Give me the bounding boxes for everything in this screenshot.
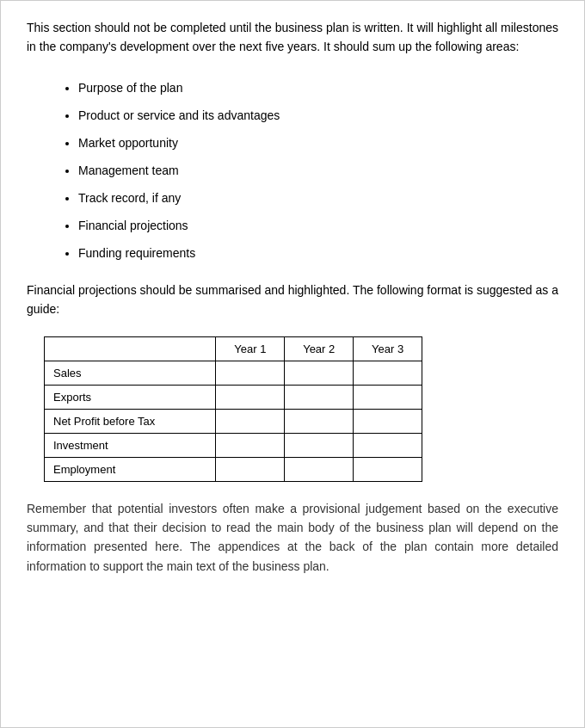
- row-exports-year2: [285, 385, 354, 409]
- row-netprofit-year1: [216, 409, 285, 433]
- header-year3: Year 3: [354, 336, 422, 361]
- row-investment-label: Investment: [45, 433, 216, 457]
- footer-paragraph: Remember that potential investors often …: [27, 499, 558, 577]
- row-investment-year1: [216, 433, 285, 457]
- row-employment-year3: [354, 457, 422, 481]
- table-row: Employment: [45, 457, 422, 481]
- row-investment-year3: [354, 433, 422, 457]
- financial-table: Year 1 Year 2 Year 3 Sales Exports: [44, 336, 422, 482]
- list-item: Market opportunity: [78, 129, 558, 157]
- table-row: Exports: [45, 385, 422, 409]
- bullet-list: Purpose of the plan Product or service a…: [78, 74, 558, 267]
- row-employment-year2: [285, 457, 354, 481]
- row-netprofit-label: Net Profit before Tax: [45, 409, 216, 433]
- financial-intro-paragraph: Financial projections should be summaris…: [27, 281, 558, 319]
- list-item: Track record, if any: [78, 184, 558, 212]
- table-row: Sales: [45, 361, 422, 385]
- row-sales-year3: [354, 361, 422, 385]
- row-netprofit-year2: [285, 409, 354, 433]
- table-header-row: Year 1 Year 2 Year 3: [45, 336, 422, 361]
- row-netprofit-year3: [354, 409, 422, 433]
- header-year1: Year 1: [216, 336, 285, 361]
- table-container: Year 1 Year 2 Year 3 Sales Exports: [27, 336, 558, 482]
- row-exports-label: Exports: [45, 385, 216, 409]
- list-item: Funding requirements: [78, 239, 558, 267]
- row-sales-year2: [285, 361, 354, 385]
- table-row: Investment: [45, 433, 422, 457]
- table-row: Net Profit before Tax: [45, 409, 422, 433]
- row-investment-year2: [285, 433, 354, 457]
- intro-paragraph: This section should not be completed unt…: [27, 18, 558, 57]
- list-item: Product or service and its advantages: [78, 102, 558, 129]
- row-exports-year1: [216, 385, 285, 409]
- row-employment-label: Employment: [45, 457, 216, 481]
- row-sales-year1: [216, 361, 285, 385]
- row-sales-label: Sales: [45, 361, 216, 385]
- list-item: Purpose of the plan: [78, 74, 558, 102]
- header-empty: [45, 336, 216, 361]
- row-exports-year3: [354, 385, 422, 409]
- header-year2: Year 2: [285, 336, 354, 361]
- row-employment-year1: [216, 457, 285, 481]
- list-item: Management team: [78, 157, 558, 184]
- page-container: This section should not be completed unt…: [0, 0, 585, 728]
- list-item: Financial projections: [78, 212, 558, 239]
